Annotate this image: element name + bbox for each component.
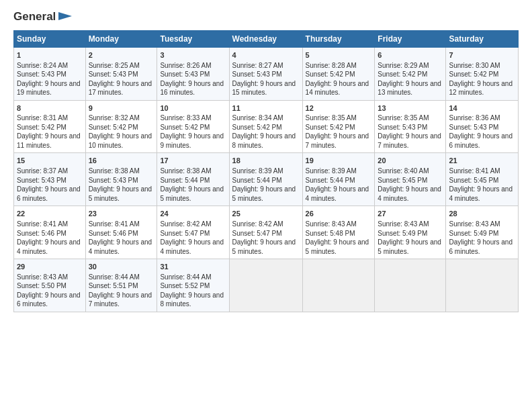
calendar-table: Sunday Monday Tuesday Wednesday Thursday… [13,30,519,312]
day-info: Sunrise: 8:44 AMSunset: 5:51 PMDaylight:… [89,273,152,308]
day-number: 17 [160,156,226,166]
table-row: 17Sunrise: 8:38 AMSunset: 5:44 PMDayligh… [157,153,229,206]
table-row: 30Sunrise: 8:44 AMSunset: 5:51 PMDayligh… [85,259,157,312]
table-row: 14Sunrise: 8:36 AMSunset: 5:43 PMDayligh… [446,100,519,153]
table-row: 15Sunrise: 8:37 AMSunset: 5:43 PMDayligh… [14,153,86,206]
col-friday: Friday [375,30,446,47]
calendar-row: 8Sunrise: 8:31 AMSunset: 5:42 PMDaylight… [14,100,519,153]
day-info: Sunrise: 8:35 AMSunset: 5:42 PMDaylight:… [306,114,369,149]
table-row: 9Sunrise: 8:32 AMSunset: 5:42 PMDaylight… [85,100,157,153]
table-row: 10Sunrise: 8:33 AMSunset: 5:42 PMDayligh… [157,100,229,153]
logo: General [13,11,72,22]
table-row: 22Sunrise: 8:41 AMSunset: 5:46 PMDayligh… [14,206,86,259]
col-saturday: Saturday [446,30,519,47]
calendar-row: 15Sunrise: 8:37 AMSunset: 5:43 PMDayligh… [14,153,519,206]
day-info: Sunrise: 8:41 AMSunset: 5:46 PMDaylight:… [89,220,152,255]
day-info: Sunrise: 8:34 AMSunset: 5:42 PMDaylight:… [232,114,296,149]
day-info: Sunrise: 8:35 AMSunset: 5:43 PMDaylight:… [378,114,441,149]
table-row: 31Sunrise: 8:44 AMSunset: 5:52 PMDayligh… [157,259,229,312]
table-row: 26Sunrise: 8:43 AMSunset: 5:48 PMDayligh… [302,206,375,259]
day-number: 29 [17,262,83,272]
page: General Sunday Monday Tuesday Wednesday … [0,0,532,319]
table-row: 4Sunrise: 8:27 AMSunset: 5:43 PMDaylight… [229,47,302,100]
header-row: Sunday Monday Tuesday Wednesday Thursday… [14,30,519,47]
table-row [375,259,446,312]
table-row: 6Sunrise: 8:29 AMSunset: 5:42 PMDaylight… [375,47,446,100]
day-info: Sunrise: 8:27 AMSunset: 5:43 PMDaylight:… [232,62,296,97]
day-info: Sunrise: 8:38 AMSunset: 5:43 PMDaylight:… [89,167,152,202]
day-number: 28 [449,209,515,219]
day-number: 22 [17,209,83,219]
col-thursday: Thursday [302,30,375,47]
table-row [302,259,375,312]
day-number: 10 [160,103,226,113]
table-row: 18Sunrise: 8:39 AMSunset: 5:44 PMDayligh… [229,153,302,206]
day-info: Sunrise: 8:41 AMSunset: 5:46 PMDaylight:… [17,220,81,255]
table-row: 5Sunrise: 8:28 AMSunset: 5:42 PMDaylight… [302,47,375,100]
day-info: Sunrise: 8:30 AMSunset: 5:42 PMDaylight:… [449,62,513,97]
day-number: 12 [306,103,372,113]
day-info: Sunrise: 8:33 AMSunset: 5:42 PMDaylight:… [160,114,224,149]
day-number: 9 [89,103,154,113]
col-sunday: Sunday [14,30,86,47]
day-info: Sunrise: 8:28 AMSunset: 5:42 PMDaylight:… [306,62,369,97]
table-row: 20Sunrise: 8:40 AMSunset: 5:45 PMDayligh… [375,153,446,206]
day-info: Sunrise: 8:42 AMSunset: 5:47 PMDaylight:… [160,220,224,255]
table-row: 21Sunrise: 8:41 AMSunset: 5:45 PMDayligh… [446,153,519,206]
day-number: 20 [378,156,443,166]
day-number: 24 [160,209,226,219]
table-row [229,259,302,312]
day-number: 13 [378,103,443,113]
logo-text: General [13,11,56,24]
day-number: 4 [232,50,300,60]
col-wednesday: Wednesday [229,30,302,47]
table-row: 16Sunrise: 8:38 AMSunset: 5:43 PMDayligh… [85,153,157,206]
day-number: 7 [449,50,515,60]
table-row: 24Sunrise: 8:42 AMSunset: 5:47 PMDayligh… [157,206,229,259]
calendar-body: 1Sunrise: 8:24 AMSunset: 5:43 PMDaylight… [14,47,519,312]
day-number: 14 [449,103,515,113]
day-number: 11 [232,103,300,113]
day-info: Sunrise: 8:43 AMSunset: 5:49 PMDaylight:… [378,220,441,255]
day-number: 27 [378,209,443,219]
day-number: 31 [160,262,226,272]
table-row: 25Sunrise: 8:42 AMSunset: 5:47 PMDayligh… [229,206,302,259]
day-number: 21 [449,156,515,166]
table-row: 23Sunrise: 8:41 AMSunset: 5:46 PMDayligh… [85,206,157,259]
day-number: 6 [378,50,443,60]
table-row: 2Sunrise: 8:25 AMSunset: 5:43 PMDaylight… [85,47,157,100]
day-number: 30 [89,262,154,272]
day-number: 15 [17,156,83,166]
table-row: 3Sunrise: 8:26 AMSunset: 5:43 PMDaylight… [157,47,229,100]
day-number: 19 [306,156,372,166]
day-info: Sunrise: 8:32 AMSunset: 5:42 PMDaylight:… [89,114,152,149]
table-row: 19Sunrise: 8:39 AMSunset: 5:44 PMDayligh… [302,153,375,206]
header: General [13,11,519,22]
table-row: 13Sunrise: 8:35 AMSunset: 5:43 PMDayligh… [375,100,446,153]
table-row: 27Sunrise: 8:43 AMSunset: 5:49 PMDayligh… [375,206,446,259]
day-info: Sunrise: 8:24 AMSunset: 5:43 PMDaylight:… [17,62,81,97]
table-row: 28Sunrise: 8:43 AMSunset: 5:49 PMDayligh… [446,206,519,259]
day-info: Sunrise: 8:42 AMSunset: 5:47 PMDaylight:… [232,220,296,255]
col-monday: Monday [85,30,157,47]
day-number: 1 [17,50,83,60]
calendar-row: 1Sunrise: 8:24 AMSunset: 5:43 PMDaylight… [14,47,519,100]
day-number: 8 [17,103,83,113]
day-info: Sunrise: 8:25 AMSunset: 5:43 PMDaylight:… [89,62,152,97]
col-tuesday: Tuesday [157,30,229,47]
day-info: Sunrise: 8:37 AMSunset: 5:43 PMDaylight:… [17,167,81,202]
logo-flag-icon [57,11,72,21]
table-row: 29Sunrise: 8:43 AMSunset: 5:50 PMDayligh… [14,259,86,312]
day-info: Sunrise: 8:43 AMSunset: 5:48 PMDaylight:… [306,220,369,255]
day-number: 25 [232,209,300,219]
day-info: Sunrise: 8:36 AMSunset: 5:43 PMDaylight:… [449,114,513,149]
day-info: Sunrise: 8:44 AMSunset: 5:52 PMDaylight:… [160,273,224,308]
day-info: Sunrise: 8:40 AMSunset: 5:45 PMDaylight:… [378,167,441,202]
day-number: 23 [89,209,154,219]
day-info: Sunrise: 8:31 AMSunset: 5:42 PMDaylight:… [17,114,81,149]
day-info: Sunrise: 8:39 AMSunset: 5:44 PMDaylight:… [306,167,369,202]
table-row [446,259,519,312]
day-info: Sunrise: 8:41 AMSunset: 5:45 PMDaylight:… [449,167,513,202]
table-row: 1Sunrise: 8:24 AMSunset: 5:43 PMDaylight… [14,47,86,100]
calendar-row: 22Sunrise: 8:41 AMSunset: 5:46 PMDayligh… [14,206,519,259]
